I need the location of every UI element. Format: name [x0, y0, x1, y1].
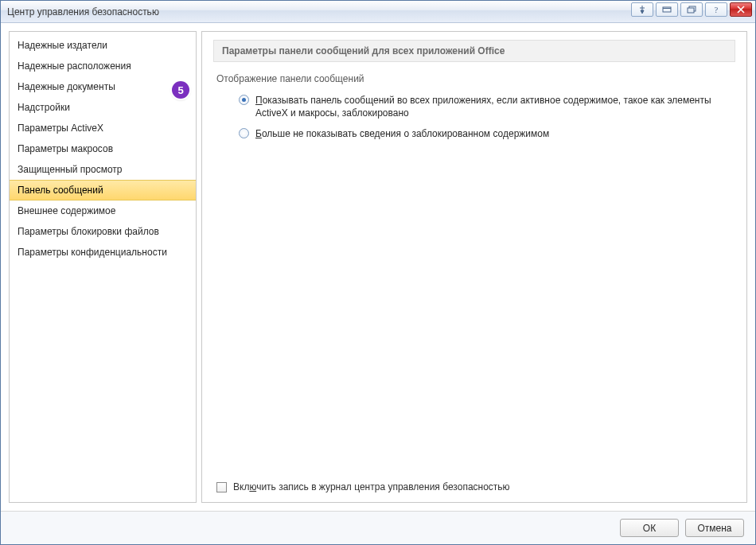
cancel-button[interactable]: Отмена — [685, 519, 744, 537]
sidebar-item-label: Параметры ActiveX — [18, 123, 103, 134]
help-icon[interactable]: ? — [705, 2, 727, 17]
radio-option-0[interactable]: Показывать панель сообщений во всех прил… — [239, 94, 735, 119]
sidebar-item-9[interactable]: Параметры блокировки файлов — [10, 221, 196, 242]
sidebar-item-7[interactable]: Панель сообщений — [10, 180, 196, 200]
svg-text:?: ? — [715, 6, 719, 14]
sidebar-item-label: Параметры блокировки файлов — [18, 226, 159, 237]
logging-checkbox-row[interactable]: Включить запись в журнал центра управлен… — [216, 481, 735, 492]
restore-2-icon[interactable] — [680, 2, 703, 17]
pin-icon[interactable] — [631, 2, 653, 17]
logging-checkbox[interactable] — [216, 482, 227, 492]
sidebar-item-label: Параметры конфиденциальности — [18, 247, 167, 258]
sidebar-item-label: Надежные документы — [18, 81, 115, 92]
radio-button-0[interactable] — [239, 95, 249, 105]
sidebar-item-4[interactable]: Параметры ActiveX — [10, 118, 196, 138]
sidebar-item-1[interactable]: Надежные расположения — [10, 56, 196, 76]
annotation-badge-5: 5 — [172, 81, 189, 99]
ok-button[interactable]: ОК — [620, 519, 679, 537]
sidebar-item-3[interactable]: Надстройки — [10, 97, 196, 118]
trust-center-window: Центр управления безопасностью ? 5 Надеж… — [0, 0, 756, 545]
radio-label-0: Показывать панель сообщений во всех прил… — [255, 94, 735, 119]
radio-button-1[interactable] — [239, 128, 249, 138]
titlebar: Центр управления безопасностью ? — [1, 1, 755, 23]
sidebar-item-6[interactable]: Защищенный просмотр — [10, 159, 196, 180]
content-pane: Параметры панели сообщений для всех прил… — [201, 31, 747, 503]
sidebar-item-label: Внешнее содержимое — [18, 205, 115, 216]
svg-rect-0 — [663, 7, 671, 12]
sidebar-item-label: Параметры макросов — [18, 143, 113, 154]
restore-1-icon[interactable] — [656, 2, 678, 17]
panel-header: Параметры панели сообщений для всех прил… — [213, 40, 735, 62]
sidebar-item-5[interactable]: Параметры макросов — [10, 138, 196, 159]
titlebar-buttons: ? — [631, 2, 752, 17]
sidebar-item-label: Надежные расположения — [18, 60, 131, 72]
dialog-footer: ОК Отмена — [1, 511, 755, 544]
dialog-body: 5 Надежные издателиНадежные расположения… — [1, 23, 755, 511]
svg-rect-3 — [688, 8, 694, 13]
section-label: Отображение панели сообщений — [216, 73, 735, 84]
sidebar-item-label: Надстройки — [18, 102, 70, 113]
sidebar-item-8[interactable]: Внешнее содержимое — [10, 200, 196, 221]
logging-checkbox-label: Включить запись в журнал центра управлен… — [233, 481, 510, 492]
category-sidebar: 5 Надежные издателиНадежные расположения… — [9, 31, 197, 503]
sidebar-item-label: Надежные издатели — [18, 40, 107, 51]
close-icon[interactable] — [730, 2, 752, 17]
sidebar-item-label: Панель сообщений — [18, 185, 103, 196]
sidebar-item-2[interactable]: Надежные документы — [10, 76, 196, 97]
radio-option-1[interactable]: Больше не показывать сведения о заблокир… — [239, 127, 735, 140]
radio-label-1: Больше не показывать сведения о заблокир… — [255, 127, 549, 140]
sidebar-item-10[interactable]: Параметры конфиденциальности — [10, 242, 196, 263]
window-title: Центр управления безопасностью — [7, 6, 159, 18]
sidebar-item-label: Защищенный просмотр — [18, 164, 123, 175]
sidebar-item-0[interactable]: Надежные издатели — [10, 35, 196, 56]
